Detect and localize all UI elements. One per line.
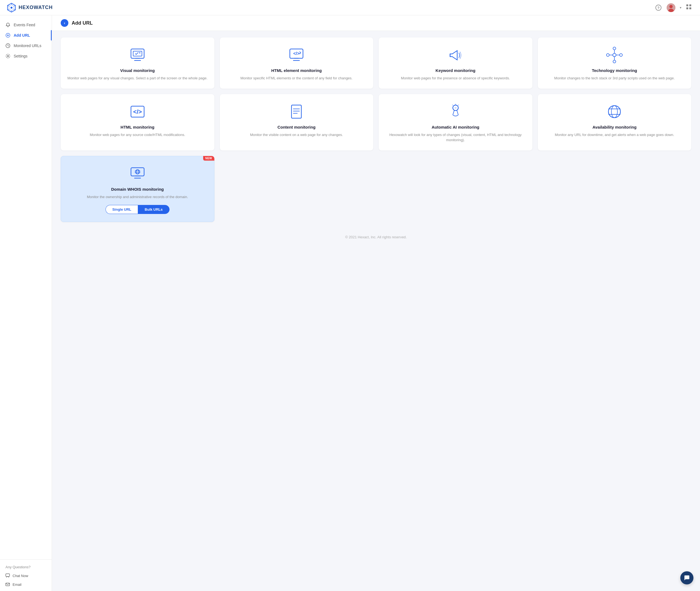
back-button[interactable]: ‹ — [61, 19, 68, 27]
network-icon — [606, 46, 623, 64]
svg-point-22 — [7, 56, 9, 57]
logo[interactable]: HEXOWATCH — [7, 3, 53, 13]
help-icon[interactable]: ? — [654, 4, 662, 11]
card-title-content: Content monitoring — [225, 125, 368, 129]
sidebar-item-chat-now[interactable]: Chat Now — [0, 571, 52, 580]
page-title: Add URL — [72, 20, 93, 26]
svg-text:</>: </> — [293, 51, 300, 56]
svg-rect-17 — [689, 7, 691, 9]
bulk-urls-button[interactable]: Bulk URLs — [138, 205, 169, 214]
single-url-button[interactable]: Single URL — [105, 205, 138, 214]
sidebar-bottom: Any Questions? Chat Now Email — [0, 559, 52, 591]
svg-point-36 — [620, 54, 622, 56]
sidebar-label-settings: Settings — [14, 54, 27, 58]
svg-rect-58 — [131, 168, 144, 176]
svg-point-2 — [10, 7, 12, 8]
card-desc-html: Monitor web pages for any source code/HT… — [66, 132, 209, 138]
sidebar-bottom-label: Any Questions? — [0, 564, 52, 571]
plus-circle-icon — [5, 33, 11, 38]
domain-row: NEW Domain WH — [61, 156, 691, 222]
bulb-person-icon — [447, 103, 464, 120]
avatar[interactable] — [667, 3, 675, 12]
sidebar: Events Feed Add URL — [0, 15, 52, 591]
svg-line-53 — [458, 105, 459, 105]
card-html-element-monitoring[interactable]: </> HTML element monitoring Monitor spec… — [220, 38, 374, 89]
monitor-shield-icon — [129, 46, 146, 64]
sidebar-label-events-feed: Events Feed — [14, 23, 35, 27]
footer-text: © 2021 Hexact, Inc. All rights reserved. — [345, 235, 407, 239]
card-ai-monitoring[interactable]: Automatic AI monitoring Hexowatch will l… — [379, 94, 532, 150]
header: HEXOWATCH ? ▾ — [0, 0, 700, 15]
card-title-ai: Automatic AI monitoring — [384, 125, 527, 129]
svg-text:</>: </> — [133, 108, 142, 115]
email-icon — [5, 582, 10, 587]
card-desc-technology: Monitor changes to the tech stack or 3rd… — [543, 75, 686, 81]
code-brackets-icon: </> — [129, 103, 146, 120]
svg-point-62 — [137, 170, 139, 174]
grid-icon[interactable] — [686, 4, 693, 11]
globe-lines-icon — [606, 103, 623, 120]
svg-rect-15 — [689, 4, 691, 6]
new-badge: NEW — [203, 156, 214, 160]
svg-point-12 — [670, 5, 673, 8]
svg-point-55 — [611, 106, 617, 118]
svg-point-38 — [607, 54, 609, 56]
sidebar-item-email[interactable]: Email — [0, 580, 52, 589]
svg-rect-28 — [133, 51, 142, 56]
logo-text: HEXOWATCH — [19, 5, 53, 10]
cards-section: Visual monitoring Monitor web pages for … — [52, 31, 700, 228]
gear-icon — [5, 54, 11, 59]
megaphone-icon — [447, 46, 464, 64]
card-technology-monitoring[interactable]: Technology monitoring Monitor changes to… — [538, 38, 692, 89]
document-lines-icon — [288, 103, 305, 120]
page-header: ‹ Add URL — [52, 15, 700, 31]
monitor-globe-icon — [129, 165, 146, 183]
card-desc-availability: Monitor any URL for downtime, and get al… — [543, 132, 686, 138]
card-title-html: HTML monitoring — [66, 125, 209, 129]
chat-icon — [5, 574, 10, 578]
sidebar-item-events-feed[interactable]: Events Feed — [0, 20, 52, 30]
card-content-monitoring[interactable]: Content monitoring Monitor the visible c… — [220, 94, 374, 150]
svg-point-50 — [455, 107, 457, 109]
sidebar-item-add-url[interactable]: Add URL — [0, 30, 52, 41]
svg-point-35 — [613, 47, 616, 50]
card-title-html-element: HTML element monitoring — [225, 68, 368, 73]
svg-rect-14 — [686, 4, 688, 6]
bell-icon — [5, 22, 11, 27]
svg-text:?: ? — [657, 6, 659, 10]
avatar-dropdown-chevron[interactable]: ▾ — [680, 6, 681, 10]
svg-point-34 — [613, 53, 616, 57]
domain-card-wrapper: NEW Domain WH — [61, 156, 214, 222]
card-title-visual: Visual monitoring — [66, 68, 209, 73]
card-title-domain-whois: Domain WHOIS monitoring — [66, 187, 209, 192]
url-toggle-bar: Single URL Bulk URLs — [66, 205, 209, 214]
cards-grid-row2: </> HTML monitoring Monitor web pages fo… — [61, 94, 691, 150]
email-label: Email — [13, 583, 22, 587]
card-html-monitoring[interactable]: </> HTML monitoring Monitor web pages fo… — [61, 94, 214, 150]
card-desc-content: Monitor the visible content on a web pag… — [225, 132, 368, 138]
footer: © 2021 Hexact, Inc. All rights reserved. — [52, 228, 700, 246]
chat-now-label: Chat Now — [13, 574, 28, 578]
sidebar-item-monitored-urls[interactable]: Monitored URLs — [0, 41, 52, 51]
chat-bubble-button[interactable] — [680, 571, 693, 584]
logo-icon — [7, 3, 16, 13]
card-availability-monitoring[interactable]: Availability monitoring Monitor any URL … — [538, 94, 692, 150]
app-body: Events Feed Add URL — [0, 15, 700, 591]
svg-line-52 — [452, 105, 453, 105]
main-content: ‹ Add URL — [52, 15, 700, 591]
card-title-technology: Technology monitoring — [543, 68, 686, 73]
card-desc-keyword: Monitor web pages for the presence or ab… — [384, 75, 527, 81]
card-desc-visual: Monitor web pages for any visual changes… — [66, 75, 209, 81]
sidebar-label-add-url: Add URL — [14, 33, 30, 38]
svg-point-37 — [613, 60, 616, 63]
card-visual-monitoring[interactable]: Visual monitoring Monitor web pages for … — [61, 38, 214, 89]
card-domain-whois-monitoring[interactable]: NEW Domain WH — [61, 156, 214, 222]
monitor-code-icon: </> — [288, 46, 305, 64]
svg-point-54 — [608, 106, 620, 118]
card-desc-domain-whois: Monitor the ownership and administrative… — [66, 194, 209, 200]
card-keyword-monitoring[interactable]: Keyword monitoring Monitor web pages for… — [379, 38, 532, 89]
clock-icon — [5, 43, 11, 48]
card-desc-ai: Hexowatch will look for any types of cha… — [384, 132, 527, 143]
card-title-availability: Availability monitoring — [543, 125, 686, 129]
sidebar-item-settings[interactable]: Settings — [0, 51, 52, 61]
